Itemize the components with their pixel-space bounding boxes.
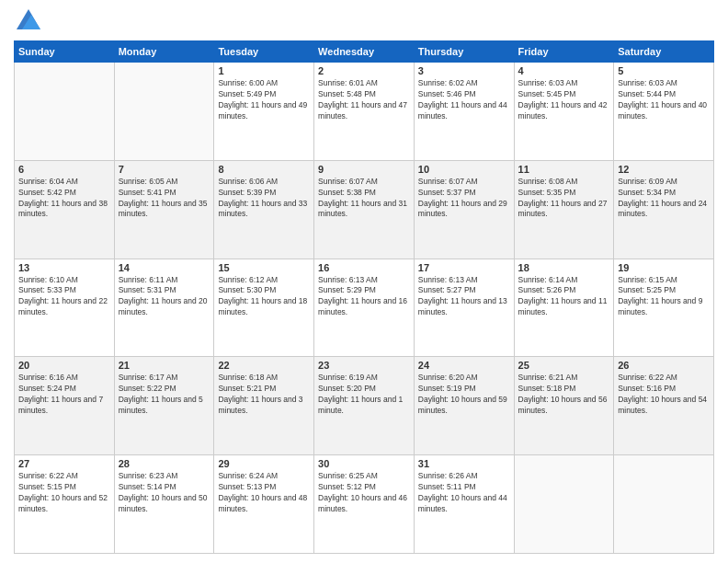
- cell-details: Sunrise: 6:24 AM Sunset: 5:13 PM Dayligh…: [218, 471, 310, 515]
- day-number: 3: [418, 65, 510, 76]
- calendar-cell: 2Sunrise: 6:01 AM Sunset: 5:48 PM Daylig…: [314, 63, 415, 161]
- day-number: 23: [318, 360, 410, 371]
- day-number: 26: [618, 360, 710, 371]
- weekday-header: Monday: [114, 41, 214, 63]
- cell-details: Sunrise: 6:07 AM Sunset: 5:38 PM Dayligh…: [318, 177, 410, 221]
- calendar-cell: 3Sunrise: 6:02 AM Sunset: 5:46 PM Daylig…: [414, 63, 514, 161]
- calendar-header-row: SundayMondayTuesdayWednesdayThursdayFrid…: [15, 41, 714, 63]
- calendar-week-row: 20Sunrise: 6:16 AM Sunset: 5:24 PM Dayli…: [15, 357, 714, 455]
- cell-details: Sunrise: 6:17 AM Sunset: 5:22 PM Dayligh…: [119, 373, 210, 417]
- calendar-cell: 24Sunrise: 6:20 AM Sunset: 5:19 PM Dayli…: [414, 357, 514, 455]
- cell-details: Sunrise: 6:02 AM Sunset: 5:46 PM Dayligh…: [418, 78, 510, 122]
- calendar-table: SundayMondayTuesdayWednesdayThursdayFrid…: [14, 40, 714, 554]
- calendar-cell: 22Sunrise: 6:18 AM Sunset: 5:21 PM Dayli…: [214, 357, 314, 455]
- calendar-cell: 12Sunrise: 6:09 AM Sunset: 5:34 PM Dayli…: [614, 160, 714, 259]
- day-number: 28: [119, 458, 210, 469]
- cell-details: Sunrise: 6:06 AM Sunset: 5:39 PM Dayligh…: [218, 177, 310, 221]
- day-number: 9: [318, 164, 410, 175]
- calendar-cell: 28Sunrise: 6:23 AM Sunset: 5:14 PM Dayli…: [114, 455, 214, 554]
- calendar-cell: 26Sunrise: 6:22 AM Sunset: 5:16 PM Dayli…: [614, 357, 714, 455]
- cell-details: Sunrise: 6:16 AM Sunset: 5:24 PM Dayligh…: [18, 373, 110, 417]
- calendar-cell: 31Sunrise: 6:26 AM Sunset: 5:11 PM Dayli…: [414, 455, 514, 554]
- calendar-cell: 27Sunrise: 6:22 AM Sunset: 5:15 PM Dayli…: [15, 455, 115, 554]
- calendar-cell: 19Sunrise: 6:15 AM Sunset: 5:25 PM Dayli…: [614, 259, 714, 357]
- calendar-week-row: 6Sunrise: 6:04 AM Sunset: 5:42 PM Daylig…: [15, 160, 714, 259]
- cell-details: Sunrise: 6:22 AM Sunset: 5:16 PM Dayligh…: [618, 373, 710, 417]
- calendar-cell: 16Sunrise: 6:13 AM Sunset: 5:29 PM Dayli…: [314, 259, 415, 357]
- calendar-cell: 7Sunrise: 6:05 AM Sunset: 5:41 PM Daylig…: [114, 160, 214, 259]
- cell-details: Sunrise: 6:04 AM Sunset: 5:42 PM Dayligh…: [18, 177, 110, 221]
- cell-details: Sunrise: 6:26 AM Sunset: 5:11 PM Dayligh…: [418, 471, 510, 515]
- calendar-cell: 15Sunrise: 6:12 AM Sunset: 5:30 PM Dayli…: [214, 259, 314, 357]
- day-number: 7: [119, 164, 210, 175]
- cell-details: Sunrise: 6:25 AM Sunset: 5:12 PM Dayligh…: [318, 471, 410, 515]
- cell-details: Sunrise: 6:00 AM Sunset: 5:49 PM Dayligh…: [218, 78, 310, 122]
- day-number: 12: [618, 164, 710, 175]
- cell-details: Sunrise: 6:09 AM Sunset: 5:34 PM Dayligh…: [618, 177, 710, 221]
- calendar-cell: 8Sunrise: 6:06 AM Sunset: 5:39 PM Daylig…: [214, 160, 314, 259]
- day-number: 4: [518, 65, 610, 76]
- logo-icon: [17, 9, 40, 33]
- calendar-cell: [114, 63, 214, 161]
- calendar-cell: 4Sunrise: 6:03 AM Sunset: 5:45 PM Daylig…: [514, 63, 614, 161]
- calendar-cell: 29Sunrise: 6:24 AM Sunset: 5:13 PM Dayli…: [214, 455, 314, 554]
- calendar-week-row: 13Sunrise: 6:10 AM Sunset: 5:33 PM Dayli…: [15, 259, 714, 357]
- cell-details: Sunrise: 6:14 AM Sunset: 5:26 PM Dayligh…: [518, 275, 610, 319]
- cell-details: Sunrise: 6:21 AM Sunset: 5:18 PM Dayligh…: [518, 373, 610, 417]
- day-number: 10: [418, 164, 510, 175]
- day-number: 8: [218, 164, 310, 175]
- calendar-cell: 10Sunrise: 6:07 AM Sunset: 5:37 PM Dayli…: [414, 160, 514, 259]
- calendar-cell: 6Sunrise: 6:04 AM Sunset: 5:42 PM Daylig…: [15, 160, 115, 259]
- cell-details: Sunrise: 6:13 AM Sunset: 5:29 PM Dayligh…: [318, 275, 410, 319]
- calendar-cell: 17Sunrise: 6:13 AM Sunset: 5:27 PM Dayli…: [414, 259, 514, 357]
- calendar-cell: [15, 63, 115, 161]
- day-number: 5: [618, 65, 710, 76]
- calendar-cell: 23Sunrise: 6:19 AM Sunset: 5:20 PM Dayli…: [314, 357, 415, 455]
- day-number: 29: [218, 458, 310, 469]
- cell-details: Sunrise: 6:03 AM Sunset: 5:45 PM Dayligh…: [518, 78, 610, 122]
- header: [14, 9, 714, 33]
- cell-details: Sunrise: 6:07 AM Sunset: 5:37 PM Dayligh…: [418, 177, 510, 221]
- calendar-cell: 20Sunrise: 6:16 AM Sunset: 5:24 PM Dayli…: [15, 357, 115, 455]
- weekday-header: Tuesday: [214, 41, 314, 63]
- calendar-week-row: 1Sunrise: 6:00 AM Sunset: 5:49 PM Daylig…: [15, 63, 714, 161]
- day-number: 31: [418, 458, 510, 469]
- calendar-cell: 9Sunrise: 6:07 AM Sunset: 5:38 PM Daylig…: [314, 160, 415, 259]
- calendar-cell: 11Sunrise: 6:08 AM Sunset: 5:35 PM Dayli…: [514, 160, 614, 259]
- cell-details: Sunrise: 6:05 AM Sunset: 5:41 PM Dayligh…: [119, 177, 210, 221]
- logo: [14, 13, 40, 33]
- day-number: 30: [318, 458, 410, 469]
- cell-details: Sunrise: 6:10 AM Sunset: 5:33 PM Dayligh…: [18, 275, 110, 319]
- day-number: 1: [218, 65, 310, 76]
- cell-details: Sunrise: 6:19 AM Sunset: 5:20 PM Dayligh…: [318, 373, 410, 417]
- day-number: 15: [218, 262, 310, 273]
- weekday-header: Saturday: [614, 41, 714, 63]
- day-number: 6: [18, 164, 110, 175]
- day-number: 18: [518, 262, 610, 273]
- calendar-cell: 21Sunrise: 6:17 AM Sunset: 5:22 PM Dayli…: [114, 357, 214, 455]
- cell-details: Sunrise: 6:11 AM Sunset: 5:31 PM Dayligh…: [119, 275, 210, 319]
- weekday-header: Sunday: [15, 41, 115, 63]
- logo-text: [14, 13, 40, 33]
- cell-details: Sunrise: 6:23 AM Sunset: 5:14 PM Dayligh…: [119, 471, 210, 515]
- day-number: 11: [518, 164, 610, 175]
- day-number: 13: [18, 262, 110, 273]
- cell-details: Sunrise: 6:18 AM Sunset: 5:21 PM Dayligh…: [218, 373, 310, 417]
- calendar-body: 1Sunrise: 6:00 AM Sunset: 5:49 PM Daylig…: [15, 63, 714, 554]
- cell-details: Sunrise: 6:03 AM Sunset: 5:44 PM Dayligh…: [618, 78, 710, 122]
- calendar-cell: 14Sunrise: 6:11 AM Sunset: 5:31 PM Dayli…: [114, 259, 214, 357]
- calendar-cell: 25Sunrise: 6:21 AM Sunset: 5:18 PM Dayli…: [514, 357, 614, 455]
- calendar-cell: 1Sunrise: 6:00 AM Sunset: 5:49 PM Daylig…: [214, 63, 314, 161]
- cell-details: Sunrise: 6:08 AM Sunset: 5:35 PM Dayligh…: [518, 177, 610, 221]
- day-number: 16: [318, 262, 410, 273]
- calendar-week-row: 27Sunrise: 6:22 AM Sunset: 5:15 PM Dayli…: [15, 455, 714, 554]
- day-number: 2: [318, 65, 410, 76]
- day-number: 17: [418, 262, 510, 273]
- calendar-cell: 5Sunrise: 6:03 AM Sunset: 5:44 PM Daylig…: [614, 63, 714, 161]
- cell-details: Sunrise: 6:15 AM Sunset: 5:25 PM Dayligh…: [618, 275, 710, 319]
- weekday-header: Friday: [514, 41, 614, 63]
- cell-details: Sunrise: 6:20 AM Sunset: 5:19 PM Dayligh…: [418, 373, 510, 417]
- day-number: 20: [18, 360, 110, 371]
- cell-details: Sunrise: 6:12 AM Sunset: 5:30 PM Dayligh…: [218, 275, 310, 319]
- calendar-cell: 30Sunrise: 6:25 AM Sunset: 5:12 PM Dayli…: [314, 455, 415, 554]
